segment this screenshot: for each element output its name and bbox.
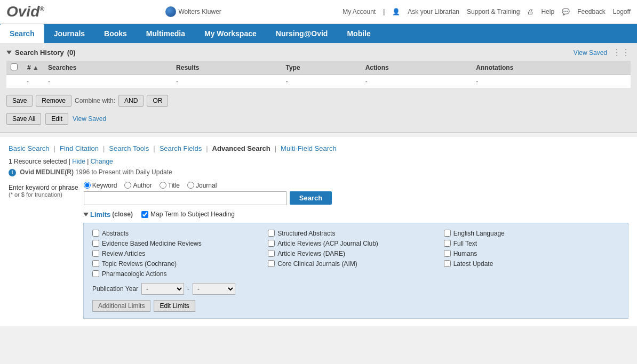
view-saved-link[interactable]: View Saved	[574, 49, 607, 56]
limit-article-reviews-dare[interactable]: Article Reviews (DARE)	[268, 250, 443, 257]
collapse-icon[interactable]	[6, 51, 12, 54]
history-actions: Save Remove Combine with: AND OR	[6, 92, 631, 110]
edit-button[interactable]: Edit	[45, 113, 68, 125]
checkbox-english[interactable]	[444, 230, 451, 237]
nav-multimedia[interactable]: Multimedia	[137, 24, 195, 43]
my-account-link[interactable]: My Account	[343, 8, 376, 15]
radio-title[interactable]	[160, 182, 166, 189]
checkbox-full-text[interactable]	[444, 240, 451, 247]
tab-basic-search[interactable]: Basic Search	[9, 144, 50, 152]
checkbox-latest-update[interactable]	[444, 260, 451, 267]
radio-title-label[interactable]: Title	[160, 182, 180, 189]
limits-section: Limits (close) Map Term to Subject Headi…	[83, 211, 628, 319]
and-button[interactable]: AND	[118, 95, 144, 107]
limit-ebm-reviews[interactable]: Evidence Based Medicine Reviews	[92, 240, 268, 247]
comment-icon: 💬	[562, 8, 570, 15]
table-row: - - - - - -	[6, 75, 631, 88]
radio-keyword-label[interactable]: Keyword	[84, 182, 117, 189]
table-col-results: Results	[172, 61, 281, 75]
change-link[interactable]: Change	[91, 158, 113, 165]
checkbox-humans[interactable]	[444, 250, 451, 257]
checkbox-article-reviews-acp[interactable]	[268, 240, 275, 247]
table-col-actions: Actions	[361, 61, 472, 75]
drag-handle: ⋮⋮	[612, 47, 631, 58]
nav-mobile[interactable]: Mobile	[337, 24, 380, 43]
ask-librarian-link[interactable]: Ask your Librarian	[408, 8, 459, 15]
row-annotations-cell: -	[472, 75, 631, 88]
nav-nursing[interactable]: Nursing@Ovid	[266, 24, 338, 43]
tab-search-tools[interactable]: Search Tools	[109, 144, 149, 152]
checkbox-ebm-reviews[interactable]	[92, 240, 99, 247]
view-saved-footer-link[interactable]: View Saved	[73, 115, 106, 123]
pub-year-to-select[interactable]: -	[193, 283, 235, 295]
limit-latest-update[interactable]: Latest Update	[444, 260, 619, 268]
checkbox-review-articles[interactable]	[92, 250, 99, 257]
checkbox-structured-abstracts[interactable]	[268, 230, 275, 237]
tab-search-fields[interactable]: Search Fields	[160, 144, 202, 152]
limit-abstracts[interactable]: Abstracts	[92, 230, 268, 237]
nav-books[interactable]: Books	[94, 24, 137, 43]
limit-review-articles[interactable]: Review Articles	[92, 250, 268, 257]
limit-humans[interactable]: Humans	[444, 250, 619, 257]
logoff-link[interactable]: Logoff	[613, 8, 631, 15]
limit-core-clinical[interactable]: Core Clinical Journals (AIM)	[268, 260, 443, 268]
limit-pharmacologic[interactable]: Pharmacologic Actions	[92, 270, 268, 278]
radio-journal-label[interactable]: Journal	[187, 182, 217, 189]
table-col-annotations: Annotations	[472, 61, 631, 75]
radio-keyword[interactable]	[84, 182, 91, 189]
additional-limits-button[interactable]: Additional Limits	[92, 300, 150, 312]
nav-journals[interactable]: Journals	[44, 24, 94, 43]
help-link[interactable]: Help	[541, 8, 554, 15]
or-button[interactable]: OR	[147, 95, 168, 107]
limits-title[interactable]: Limits (close)	[83, 211, 133, 219]
radio-author-label[interactable]: Author	[124, 182, 152, 189]
checkbox-topic-reviews[interactable]	[92, 260, 99, 267]
combine-with-label: Combine with:	[75, 97, 115, 104]
search-input-row: Search	[84, 191, 332, 205]
row-searches-cell: -	[44, 75, 172, 88]
checkbox-abstracts[interactable]	[92, 230, 99, 237]
remove-button[interactable]: Remove	[36, 95, 71, 107]
info-icon: i	[9, 169, 16, 176]
select-all-checkbox[interactable]	[11, 63, 18, 70]
save-button[interactable]: Save	[6, 95, 33, 107]
tab-find-citation[interactable]: Find Citation	[60, 144, 99, 152]
pub-year-from-select[interactable]: -	[141, 283, 184, 295]
support-training-link[interactable]: Support & Training	[467, 8, 520, 15]
feedback-link[interactable]: Feedback	[577, 8, 606, 15]
search-input[interactable]	[84, 191, 286, 205]
resource-info: 1 Resource selected | Hide | Change	[9, 158, 628, 165]
search-nav: Basic Search | Find Citation | Search To…	[9, 144, 628, 152]
map-term-checkbox[interactable]	[141, 211, 148, 218]
table-col-searches: Searches	[44, 61, 172, 75]
checkbox-core-clinical[interactable]	[268, 260, 275, 267]
search-button[interactable]: Search	[290, 191, 332, 205]
checkbox-pharmacologic[interactable]	[92, 270, 99, 277]
row-results-cell: -	[172, 75, 281, 88]
radio-journal[interactable]	[187, 182, 194, 189]
search-form: Enter keyword or phrase (* or $ for trun…	[9, 182, 628, 205]
radio-author[interactable]	[124, 182, 131, 189]
limit-full-text[interactable]: Full Text	[444, 240, 619, 247]
edit-limits-button[interactable]: Edit Limits	[154, 300, 195, 312]
limits-header: Limits (close) Map Term to Subject Headi…	[83, 211, 628, 219]
row-actions-cell: -	[361, 75, 472, 88]
limit-structured-abstracts[interactable]: Structured Abstracts	[268, 230, 443, 237]
limit-english[interactable]: English Language	[444, 230, 619, 237]
search-history-header: Search History (0) View Saved ⋮⋮	[6, 47, 631, 58]
save-all-button[interactable]: Save All	[6, 113, 41, 125]
wk-logo: Wolters Kluwer	[165, 6, 221, 17]
nav-myworkspace[interactable]: My Workspace	[195, 24, 266, 43]
search-history-title: Search History (0)	[6, 48, 76, 56]
search-history-table: # ▲ Searches Results Type Actions Annota…	[6, 61, 631, 88]
top-links: My Account | 👤 Ask your Librarian Suppor…	[343, 8, 631, 15]
hide-link[interactable]: Hide	[72, 158, 85, 165]
tab-advanced-search: Advanced Search	[212, 144, 270, 152]
person-icon: 👤	[392, 8, 400, 15]
limit-article-reviews-acp[interactable]: Article Reviews (ACP Journal Club)	[268, 240, 443, 247]
checkbox-article-reviews-dare[interactable]	[268, 250, 275, 257]
tab-multi-field-search[interactable]: Multi-Field Search	[281, 144, 337, 152]
nav-search[interactable]: Search	[0, 24, 44, 43]
limits-collapse-icon	[83, 213, 89, 216]
limit-topic-reviews[interactable]: Topic Reviews (Cochrane)	[92, 260, 268, 268]
